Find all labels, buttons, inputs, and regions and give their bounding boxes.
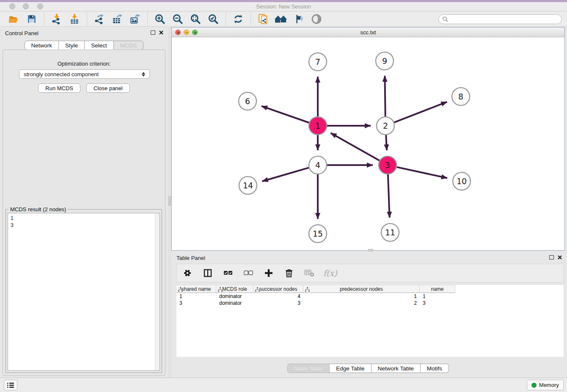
import-network-icon xyxy=(51,14,62,25)
graph-edge-4-14[interactable] xyxy=(262,168,309,181)
application-window: Session: New Session xyxy=(0,0,567,392)
network-canvas[interactable]: 7968124314101511 xyxy=(172,37,564,250)
mcds-result-title: MCDS result (2 nodes) xyxy=(8,206,68,213)
graph-node-label-1: 1 xyxy=(315,121,320,130)
column-header-predecessor-nodes[interactable]: predecessor nodes xyxy=(303,285,420,293)
delete-table-button[interactable] xyxy=(303,267,316,279)
tab-node-table[interactable]: Node Table xyxy=(287,364,330,373)
cell-shared-name[interactable]: 1 xyxy=(176,293,216,299)
graph-node-label-9: 9 xyxy=(382,56,387,66)
zoom-in-icon xyxy=(154,14,165,25)
mcds-tab-content: Optimization criterion: strongly connect… xyxy=(3,50,165,376)
import-network-button[interactable] xyxy=(50,13,63,25)
search-input[interactable] xyxy=(449,16,558,22)
memory-label: Memory xyxy=(539,382,559,388)
graph-node-label-15: 15 xyxy=(313,229,323,238)
float-panel-icon[interactable] xyxy=(549,255,554,259)
tab-motifs[interactable]: Motifs xyxy=(421,364,449,373)
network-window-titlebar[interactable]: scc.txt xyxy=(172,28,564,37)
tab-mcds[interactable]: MCDS xyxy=(114,41,144,50)
column-header-shared-name[interactable]: shared name xyxy=(176,285,216,293)
column-header-name[interactable]: name xyxy=(420,285,455,293)
open-session-button[interactable] xyxy=(8,13,20,25)
tab-edge-table[interactable]: Edge Table xyxy=(330,364,371,373)
tab-network-table[interactable]: Network Table xyxy=(372,364,421,373)
toolbar-separator xyxy=(226,13,226,25)
window-resize-grip[interactable] xyxy=(368,249,373,251)
plus-icon xyxy=(264,268,273,278)
refresh-layout-button[interactable] xyxy=(232,13,245,25)
cell-name[interactable]: 1 xyxy=(420,293,455,299)
clone-network-icon xyxy=(258,14,269,25)
titlebar-accent xyxy=(0,0,567,2)
show-hide-button[interactable] xyxy=(310,13,323,25)
select-all-columns-button[interactable] xyxy=(222,267,234,279)
home-button[interactable] xyxy=(275,13,287,25)
cell-mcds-role[interactable]: dominator xyxy=(216,300,253,306)
zoom-fit-button[interactable] xyxy=(189,13,202,25)
export-image-button[interactable] xyxy=(129,13,141,25)
graph-edge-3-1[interactable] xyxy=(330,133,379,160)
export-table-button[interactable] xyxy=(111,13,124,25)
cell-successor-nodes[interactable]: 3 xyxy=(253,300,303,306)
graph-edge-2-8[interactable] xyxy=(394,102,447,122)
zoom-in-button[interactable] xyxy=(154,13,166,25)
mcds-result-text[interactable]: 1 3 xyxy=(8,213,160,371)
graph-edge-1-6[interactable] xyxy=(261,106,309,123)
graphics-details-button[interactable] xyxy=(292,13,305,25)
splitter-grip[interactable] xyxy=(168,196,171,206)
delete-columns-button[interactable] xyxy=(283,267,295,279)
tab-style[interactable]: Style xyxy=(59,41,85,50)
graph-edge-2-9[interactable] xyxy=(385,76,385,116)
hierarchy-sort-icon xyxy=(305,287,310,292)
close-panel-icon[interactable] xyxy=(557,255,562,260)
float-panel-icon[interactable] xyxy=(151,30,155,35)
clone-network-button[interactable] xyxy=(257,13,270,25)
checked-boxes-icon xyxy=(223,270,233,276)
cell-predecessor-nodes[interactable]: 1 xyxy=(303,293,420,299)
unchecked-boxes-icon xyxy=(244,270,253,276)
home-icon xyxy=(275,14,287,25)
cell-shared-name[interactable]: 3 xyxy=(176,300,216,306)
graph-node-label-10: 10 xyxy=(457,177,467,186)
panel-splitter[interactable] xyxy=(168,27,171,378)
tab-select[interactable]: Select xyxy=(85,41,114,50)
save-session-button[interactable] xyxy=(25,13,38,25)
cell-mcds-role[interactable]: dominator xyxy=(216,293,253,299)
search-field[interactable] xyxy=(438,14,562,24)
graph-node-label-4: 4 xyxy=(315,160,320,170)
memory-button[interactable]: Memory xyxy=(527,380,564,390)
task-history-button[interactable] xyxy=(4,380,17,390)
mcds-result-group: MCDS result (2 nodes) 1 3 xyxy=(6,209,162,373)
column-header-mcds-role[interactable]: MCDS role xyxy=(216,285,253,293)
cell-name[interactable]: 3 xyxy=(420,300,455,306)
status-bar: Memory xyxy=(0,378,567,392)
zoom-out-button[interactable] xyxy=(171,13,184,25)
create-column-button[interactable] xyxy=(262,267,275,279)
close-panel-button[interactable]: Close panel xyxy=(86,83,130,93)
zoom-selected-button[interactable] xyxy=(207,13,220,25)
table-options-button[interactable] xyxy=(181,267,194,279)
column-layout-button[interactable] xyxy=(201,267,214,279)
trash-icon xyxy=(285,268,293,278)
export-network-button[interactable] xyxy=(93,13,106,25)
column-header-label: shared name xyxy=(181,286,211,292)
result-scrollbar[interactable] xyxy=(155,213,160,370)
graph-edge-2-3[interactable] xyxy=(386,135,387,150)
import-table-button[interactable] xyxy=(68,13,81,25)
table-row-1[interactable]: 1dominator411 xyxy=(176,293,564,300)
close-panel-icon[interactable] xyxy=(159,30,164,35)
cell-predecessor-nodes[interactable]: 2 xyxy=(303,300,420,306)
apply-function-button[interactable]: f(x) xyxy=(323,268,337,278)
deselect-all-columns-button[interactable] xyxy=(242,267,255,279)
cell-successor-nodes[interactable]: 4 xyxy=(253,293,303,299)
table-header-row: shared nameMCDS rolesuccessor nodesprede… xyxy=(176,285,564,293)
graph-edge-3-11[interactable] xyxy=(388,174,390,218)
table-row-2[interactable]: 3dominator323 xyxy=(176,300,564,306)
tab-network[interactable]: Network xyxy=(25,41,59,50)
criterion-select[interactable]: strongly connected component xyxy=(19,69,150,79)
network-window: scc.txt 7968124314101511 xyxy=(171,27,565,251)
run-mcds-button[interactable]: Run MCDS xyxy=(38,83,80,93)
graph-edge-3-10[interactable] xyxy=(396,167,447,178)
column-header-successor-nodes[interactable]: successor nodes xyxy=(253,285,303,293)
